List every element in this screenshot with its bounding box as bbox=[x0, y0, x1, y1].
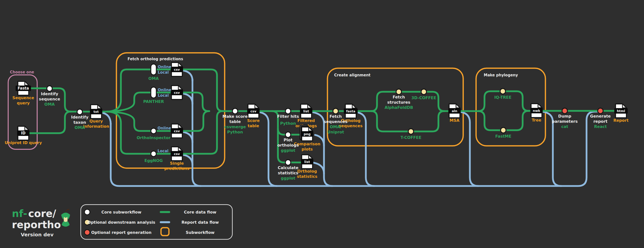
file-ext-label: fasta bbox=[346, 109, 355, 113]
report-flow-csv-panther-drop bbox=[183, 94, 192, 104]
choose-one-box-title: Choose one bbox=[10, 70, 34, 74]
node-label: Identify bbox=[71, 115, 89, 120]
node-label: structures bbox=[387, 100, 410, 105]
core-flow-tcoffee-branch bbox=[371, 111, 444, 131]
file-ext-label: csv bbox=[250, 109, 256, 113]
node-fastme: FastME bbox=[496, 127, 512, 139]
node-label: Calculate bbox=[278, 165, 298, 170]
mode-label: Local bbox=[158, 149, 168, 153]
file-label: Query bbox=[90, 119, 103, 124]
file-ext-label: csv bbox=[174, 91, 180, 95]
report-flow-csv-oma-drop bbox=[183, 70, 192, 81]
file-icon-ortholog-statistics: list Ortholog statistics bbox=[297, 155, 318, 179]
tool-label: Python bbox=[280, 121, 296, 126]
node-panther: Online Local PANTHER bbox=[143, 87, 171, 104]
report-flow-score-table-drop bbox=[259, 112, 277, 186]
report-flow-ortholog-sequences-drop bbox=[356, 112, 374, 186]
reportho-pipeline-diagram: Choose one Fetch ortholog predictions Cr… bbox=[0, 0, 644, 248]
tool-label: FastME bbox=[496, 134, 512, 139]
file-icon-tree: nwk Tree bbox=[530, 104, 543, 123]
file-label: Sequence bbox=[12, 96, 34, 100]
file-icon-report: html Report bbox=[613, 104, 629, 123]
file-label: statistics bbox=[297, 174, 318, 179]
logo-version: Version dev bbox=[21, 232, 54, 237]
file-label: Ortholog bbox=[297, 169, 317, 174]
file-ext-label: txt bbox=[94, 110, 99, 114]
file-ext-label: html bbox=[617, 109, 625, 113]
file-icon-orthoinspector-predictions: csv bbox=[171, 124, 183, 138]
core-flow-id-query bbox=[25, 112, 71, 133]
file-label: plots bbox=[302, 147, 312, 152]
node-iq-tree: IQ-TREE bbox=[494, 89, 511, 100]
reportho-apple-core-icon bbox=[61, 209, 70, 227]
tool-label: ggplot bbox=[281, 176, 296, 180]
mode-label: Local bbox=[158, 93, 169, 98]
tool-label: cat bbox=[561, 124, 568, 129]
file-icon-comparison-plots: png Comparison plots bbox=[294, 125, 320, 152]
file-icon-ortholog-sequences: fasta Ortholog sequences bbox=[339, 104, 362, 128]
file-label: MSA bbox=[450, 118, 460, 123]
tool-label: csvmerge bbox=[224, 124, 246, 129]
logo-brand-prefix: nf- bbox=[12, 208, 27, 219]
tool-label: PANTHER bbox=[143, 99, 164, 104]
tool-label: OrthoInspector bbox=[137, 135, 171, 140]
legend: Core subworkflow Optional downstream ana… bbox=[81, 205, 232, 239]
file-label: information bbox=[83, 124, 109, 129]
tool-label: IQ-TREE bbox=[494, 95, 511, 100]
legend-label: Subworkflow bbox=[186, 230, 215, 235]
node-t-coffee: T-COFFEE bbox=[400, 129, 421, 140]
pipeline-logo: nf- core/ reportho Version dev bbox=[12, 208, 70, 237]
mode-label: Online bbox=[158, 126, 171, 130]
tool-label: Python bbox=[227, 130, 243, 134]
legend-label: Report data flow bbox=[182, 220, 219, 225]
file-ext-label: png bbox=[304, 132, 310, 136]
node-label: table bbox=[229, 119, 241, 124]
file-icon-oma-predictions: csv bbox=[171, 63, 183, 76]
file-ext-label: csv bbox=[174, 152, 180, 156]
file-ext-label: list bbox=[304, 160, 310, 164]
node-label: statistics bbox=[278, 171, 298, 175]
mode-label: Local bbox=[158, 70, 169, 75]
node-label: Make score bbox=[222, 114, 248, 119]
node-label: report bbox=[594, 119, 608, 124]
node-label: Generate bbox=[590, 114, 611, 119]
node-label: Fetch bbox=[330, 114, 342, 119]
node-label: Fetch bbox=[392, 95, 405, 99]
node-label: Identify bbox=[41, 92, 58, 96]
tool-label: OMA bbox=[148, 76, 159, 81]
node-orthoinspector: Online OrthoInspector bbox=[137, 126, 171, 140]
legend-label: Optional downstream analysis bbox=[88, 220, 155, 225]
node-label: Plot bbox=[284, 138, 292, 142]
fetch-ortholog-predictions-box-title: Fetch ortholog predictions bbox=[128, 57, 183, 61]
node-label: sequences bbox=[324, 119, 347, 124]
file-label: Filtered bbox=[298, 118, 315, 123]
legend-label: Core data flow bbox=[184, 210, 216, 214]
file-ext-label: Fasta bbox=[18, 86, 29, 91]
node-label: orthologs bbox=[278, 143, 299, 148]
legend-optional-report-icon bbox=[84, 230, 90, 235]
node-label: parameters bbox=[552, 119, 578, 124]
file-label: query bbox=[17, 101, 30, 105]
tool-label: 3D-COFFEE bbox=[412, 96, 436, 100]
tool-label: T-COFFEE bbox=[400, 135, 421, 140]
file-label: Report bbox=[613, 118, 629, 123]
file-ext-label: nwk bbox=[533, 109, 540, 113]
file-label: Tree bbox=[532, 118, 542, 123]
file-label: predictions bbox=[164, 166, 190, 171]
file-ext-label: csv bbox=[174, 68, 180, 71]
node-oma: Online Local OMA bbox=[148, 64, 172, 81]
legend-label: Core subworkflow bbox=[101, 210, 142, 214]
file-label: table bbox=[248, 124, 259, 128]
mode-label: Online bbox=[158, 88, 172, 92]
legend-subworkflow-swatch bbox=[161, 228, 169, 235]
report-flow-csv-column bbox=[192, 79, 201, 186]
file-ext-label: list bbox=[304, 109, 309, 113]
file-ext-label: csv bbox=[174, 129, 180, 133]
file-label: Single bbox=[170, 161, 184, 166]
file-icon-uniprot-id-query: ID Uniprot ID query bbox=[5, 126, 42, 145]
file-ext-label: ID bbox=[21, 131, 26, 135]
legend-core-flow-swatch bbox=[160, 211, 170, 213]
file-icon-sequence-query: Fasta Sequence query bbox=[12, 81, 34, 105]
node-label: sequence bbox=[39, 97, 60, 101]
make-phylogeny-box-title: Make phylogeny bbox=[484, 73, 518, 77]
